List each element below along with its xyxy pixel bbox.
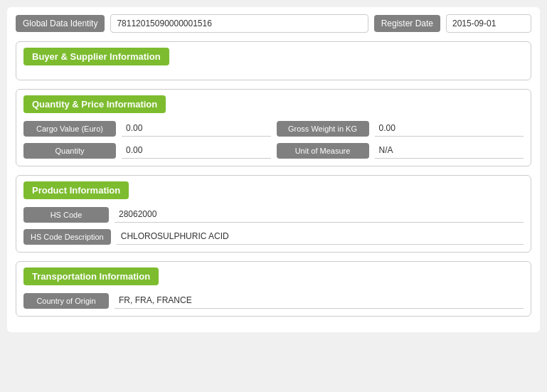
quantity-uom-row: Quantity 0.00 Unit of Measure N/A: [23, 142, 524, 159]
quantity-price-section: Quantity & Price Information Cargo Value…: [16, 89, 531, 166]
quantity-col: Quantity 0.00: [23, 142, 271, 159]
gross-weight-col: Gross Weight in KG 0.00: [277, 120, 524, 137]
cargo-value: 0.00: [122, 120, 271, 137]
hs-code-label: HS Code: [23, 207, 109, 223]
unit-of-measure-value: N/A: [375, 142, 524, 159]
hs-code-row: HS Code 28062000: [23, 206, 524, 223]
country-of-origin-row: Country of Origin FR, FRA, FRANCE: [23, 292, 524, 309]
hs-code-desc-value: CHLOROSULPHURIC ACID: [117, 228, 524, 245]
gross-weight-label: Gross Weight in KG: [277, 121, 369, 137]
register-date-label: Register Date: [374, 15, 440, 32]
transportation-title: Transportation Information: [23, 267, 159, 285]
cargo-value-col: Cargo Value (Euro) 0.00: [23, 120, 271, 137]
product-section: Product Information HS Code 28062000 HS …: [16, 175, 531, 253]
unit-of-measure-col: Unit of Measure N/A: [277, 142, 524, 159]
unit-of-measure-label: Unit of Measure: [277, 143, 369, 159]
hs-code-desc-label: HS Code Description: [23, 229, 111, 245]
quantity-value: 0.00: [122, 142, 271, 159]
country-of-origin-label: Country of Origin: [23, 293, 109, 309]
buyer-supplier-title: Buyer & Supplier Information: [23, 48, 169, 65]
hs-code-desc-row: HS Code Description CHLOROSULPHURIC ACID: [23, 228, 524, 245]
hs-code-value: 28062000: [115, 206, 524, 223]
product-title: Product Information: [23, 181, 129, 199]
quantity-label: Quantity: [23, 143, 116, 159]
gross-weight-value: 0.00: [375, 120, 524, 137]
global-data-identity-value: 78112015090000001516: [110, 14, 368, 33]
global-data-identity-label: Global Data Identity: [16, 15, 105, 32]
cargo-gross-row: Cargo Value (Euro) 0.00 Gross Weight in …: [23, 120, 524, 137]
main-container: Global Data Identity 7811201509000000151…: [7, 7, 540, 332]
buyer-supplier-section: Buyer & Supplier Information: [16, 41, 531, 80]
country-of-origin-value: FR, FRA, FRANCE: [115, 292, 524, 309]
transportation-section: Transportation Information Country of Or…: [16, 261, 531, 317]
header-row: Global Data Identity 7811201509000000151…: [16, 14, 531, 33]
quantity-price-title: Quantity & Price Information: [23, 95, 166, 113]
register-date-value: 2015-09-01: [446, 14, 531, 33]
cargo-value-label: Cargo Value (Euro): [23, 121, 116, 137]
